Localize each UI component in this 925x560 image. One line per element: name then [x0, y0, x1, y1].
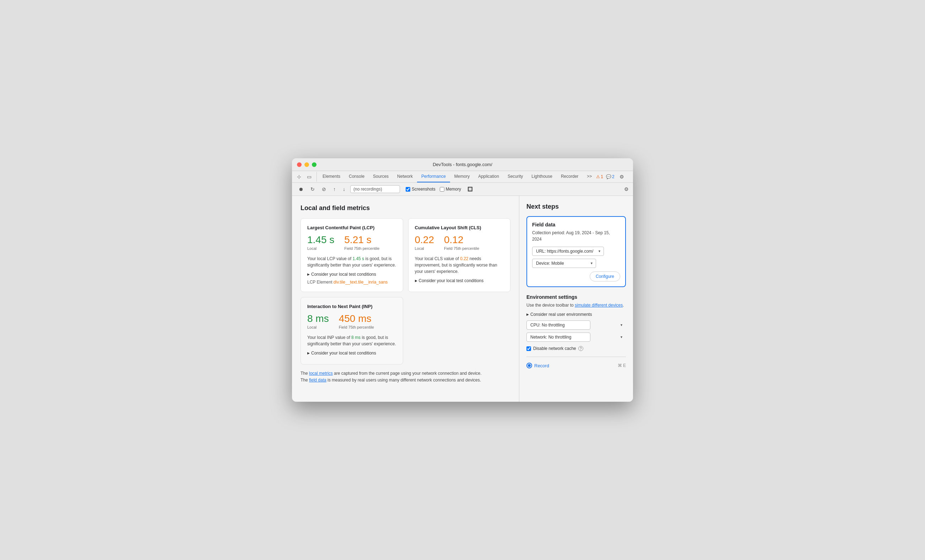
- toolbar-settings-icon[interactable]: ⚙: [624, 186, 629, 192]
- url-select-wrapper: URL: https://fonts.google.com/: [532, 247, 604, 256]
- tab-recorder[interactable]: Recorder: [557, 171, 583, 182]
- info-badge[interactable]: 💬 2: [606, 174, 615, 179]
- screenshots-checkbox[interactable]: [406, 187, 410, 192]
- device-select[interactable]: Device: Mobile: [532, 259, 596, 268]
- cpu-select[interactable]: CPU: No throttling: [526, 320, 591, 330]
- warning-badge[interactable]: ⚠ 1: [596, 174, 603, 179]
- tab-security[interactable]: Security: [503, 171, 527, 182]
- tab-performance[interactable]: Performance: [417, 171, 450, 182]
- simulate-devices-link[interactable]: simulate different devices: [575, 303, 623, 308]
- lcp-field-value: 5.21 s: [344, 234, 380, 246]
- memory-checkbox[interactable]: [440, 187, 444, 192]
- inp-title: Interaction to Next Paint (INP): [307, 304, 396, 309]
- cls-description: Your local CLS value of 0.22 needs impro…: [415, 255, 504, 275]
- download-button[interactable]: ↓: [340, 185, 347, 194]
- disable-cache-checkbox[interactable]: [526, 346, 531, 351]
- window-title: DevTools - fonts.google.com/: [433, 162, 492, 167]
- refresh-button[interactable]: ↻: [308, 185, 317, 194]
- cls-card: Cumulative Layout Shift (CLS) 0.22 Local…: [408, 218, 511, 292]
- env-expand[interactable]: Consider real user environments: [526, 312, 626, 317]
- inp-card: Interaction to Next Paint (INP) 8 ms Loc…: [301, 297, 403, 365]
- cls-local-value: 0.22: [415, 234, 434, 246]
- cls-local-label: Local: [415, 246, 434, 251]
- settings-icon[interactable]: ⚙: [618, 172, 626, 182]
- lcp-element: LCP Element div.tile__text.tile__inria_s…: [307, 280, 396, 285]
- tab-elements[interactable]: Elements: [318, 171, 345, 182]
- title-bar: DevTools - fonts.google.com/: [292, 158, 633, 171]
- tab-application[interactable]: Application: [474, 171, 503, 182]
- lcp-card: Largest Contentful Paint (LCP) 1.45 s Lo…: [301, 218, 403, 292]
- tab-sources[interactable]: Sources: [369, 171, 393, 182]
- left-panel: Local and field metrics Largest Contentf…: [292, 196, 519, 402]
- minimize-button[interactable]: [304, 162, 309, 167]
- inp-local-value: 8 ms: [307, 313, 329, 324]
- upload-button[interactable]: ↑: [331, 185, 338, 194]
- divider: [526, 357, 626, 357]
- network-select[interactable]: Network: No throttling: [526, 333, 591, 342]
- env-section: Environment settings Use the device tool…: [526, 294, 626, 351]
- record-label: Record: [534, 363, 549, 368]
- url-select[interactable]: URL: https://fonts.google.com/: [532, 247, 604, 256]
- close-button[interactable]: [297, 162, 301, 167]
- cls-title: Cumulative Layout Shift (CLS): [415, 225, 504, 230]
- tab-memory[interactable]: Memory: [450, 171, 474, 182]
- main-content: Local and field metrics Largest Contentf…: [292, 196, 633, 402]
- cls-expand[interactable]: Consider your local test conditions: [415, 278, 504, 283]
- more-options-icon[interactable]: ⋮: [629, 172, 633, 182]
- toolbar: ⏺ ↻ ⊘ ↑ ↓ (no recordings) Screenshots Me…: [292, 183, 633, 196]
- metrics-grid-top: Largest Contentful Paint (LCP) 1.45 s Lo…: [301, 218, 511, 292]
- record-button[interactable]: ⏺: [296, 185, 306, 194]
- tab-lighthouse[interactable]: Lighthouse: [527, 171, 557, 182]
- right-panel: Next steps Field data Collection period:…: [519, 196, 633, 402]
- help-icon[interactable]: ?: [578, 346, 583, 351]
- lcp-field-label: Field 75th percentile: [344, 246, 380, 251]
- local-metrics-link[interactable]: local metrics: [309, 371, 333, 376]
- cls-values: 0.22 Local 0.12 Field 75th percentile: [415, 234, 504, 251]
- recordings-select[interactable]: (no recordings): [350, 185, 400, 193]
- url-select-row: URL: https://fonts.google.com/: [532, 247, 620, 256]
- record-button[interactable]: Record: [526, 363, 549, 368]
- configure-button[interactable]: Configure: [590, 272, 620, 281]
- maximize-button[interactable]: [312, 162, 316, 167]
- cls-field-label: Field 75th percentile: [444, 246, 479, 251]
- device-select-wrapper: Device: Mobile: [532, 259, 596, 268]
- lcp-element-link[interactable]: div.tile__text.tile__inria_sans: [334, 280, 388, 285]
- tab-more[interactable]: >>: [583, 171, 596, 182]
- devtools-window: DevTools - fonts.google.com/ ⊹ ▭ Element…: [292, 158, 633, 402]
- metrics-grid-bottom: Interaction to Next Paint (INP) 8 ms Loc…: [301, 297, 511, 365]
- inp-field-value: 450 ms: [339, 313, 374, 324]
- memory-label: Memory: [446, 187, 461, 192]
- device-icon[interactable]: ▭: [305, 172, 314, 182]
- field-data-card: Field data Collection period: Aug 19, 20…: [526, 216, 626, 287]
- field-data-link[interactable]: field data: [309, 378, 327, 383]
- inp-field-label: Field 75th percentile: [339, 325, 374, 329]
- lcp-title: Largest Contentful Paint (LCP): [307, 225, 396, 230]
- cls-field-value: 0.12: [444, 234, 479, 246]
- cursor-icon[interactable]: ⊹: [295, 172, 303, 182]
- lcp-field-group: 5.21 s Field 75th percentile: [344, 234, 380, 251]
- cls-field-group: 0.12 Field 75th percentile: [444, 234, 479, 251]
- recordings-select-wrap: (no recordings): [350, 185, 400, 193]
- bottom-note-line1: The local metrics are captured from the …: [301, 370, 511, 377]
- record-circle-icon: [526, 363, 532, 368]
- next-steps-title: Next steps: [526, 203, 626, 210]
- env-title: Environment settings: [526, 294, 626, 300]
- nav-bar: ⊹ ▭ Elements Console Sources Network Per…: [292, 171, 633, 183]
- inp-expand[interactable]: Consider your local test conditions: [307, 351, 396, 356]
- inp-field-group: 450 ms Field 75th percentile: [339, 313, 374, 329]
- screenshots-checkbox-label[interactable]: Screenshots: [406, 187, 435, 192]
- memory-checkbox-label[interactable]: Memory: [440, 187, 461, 192]
- bottom-note-line2: The field data is measured by real users…: [301, 377, 511, 384]
- record-row: Record ⌘ E: [526, 363, 626, 368]
- memory-icon[interactable]: 🔲: [466, 185, 475, 193]
- record-shortcut: ⌘ E: [618, 363, 626, 368]
- inp-local-label: Local: [307, 325, 329, 329]
- clear-button[interactable]: ⊘: [320, 185, 328, 194]
- tab-console[interactable]: Console: [345, 171, 369, 182]
- lcp-highlight: 1.45 s: [353, 256, 364, 261]
- tab-network[interactable]: Network: [393, 171, 417, 182]
- disable-cache-row: Disable network cache ?: [526, 346, 626, 351]
- lcp-expand[interactable]: Consider your local test conditions: [307, 272, 396, 277]
- disable-cache-label: Disable network cache: [533, 346, 576, 351]
- field-data-period: Collection period: Aug 19, 2024 - Sep 15…: [532, 230, 620, 242]
